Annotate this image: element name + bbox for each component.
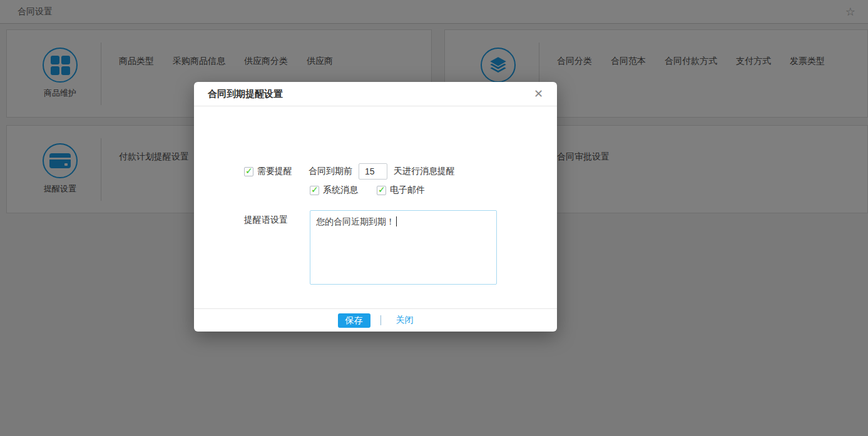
need-reminder-checkbox[interactable]: ✓ bbox=[244, 167, 253, 176]
email-checkbox[interactable]: ✓ bbox=[377, 186, 386, 195]
save-button[interactable]: 保存 bbox=[338, 313, 370, 328]
close-button[interactable]: 关闭 bbox=[396, 315, 414, 326]
need-reminder-label[interactable]: 需要提醒 bbox=[257, 166, 292, 177]
modal-title: 合同到期提醒设置 bbox=[208, 88, 283, 100]
after-days-label: 天进行消息提醒 bbox=[394, 166, 455, 177]
footer-divider bbox=[380, 315, 381, 325]
reminder-text-label: 提醒语设置 bbox=[244, 215, 299, 285]
before-expiry-label: 合同到期前 bbox=[309, 166, 352, 177]
email-label[interactable]: 电子邮件 bbox=[390, 185, 425, 196]
close-icon[interactable]: ✕ bbox=[531, 87, 546, 101]
reminder-text-area[interactable]: 您的合同近期到期！ bbox=[310, 210, 497, 285]
system-message-checkbox[interactable]: ✓ bbox=[310, 186, 319, 195]
days-input[interactable] bbox=[359, 163, 387, 180]
system-message-label[interactable]: 系统消息 bbox=[323, 185, 358, 196]
contract-expiry-reminder-modal: 合同到期提醒设置 ✕ ✓ 需要提醒 合同到期前 天进行消息提醒 ✓ 系统消息 ✓… bbox=[194, 82, 557, 332]
text-caret bbox=[396, 216, 397, 226]
